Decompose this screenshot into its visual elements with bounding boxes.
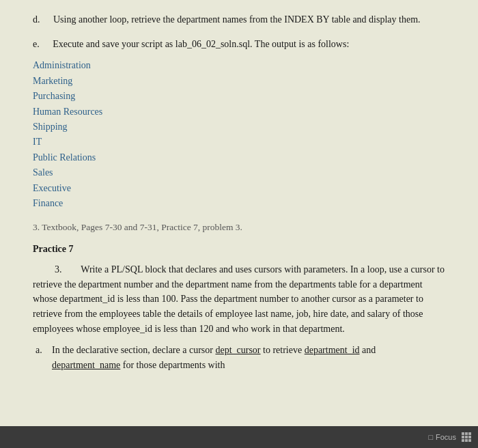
section-e: e. Execute and save your script as lab_0… (33, 37, 445, 52)
section-d-label: d. (33, 12, 40, 27)
section-d-text: Using another loop, retrieve the departm… (53, 14, 421, 25)
section-e-intro: Execute and save your script as lab_06_0… (53, 39, 349, 49)
sub-item-a-label: a. (33, 343, 52, 372)
section-d: d. Using another loop, retrieve the depa… (33, 12, 445, 27)
taskbar: □ Focus (0, 426, 478, 448)
section-e-label: e. (33, 37, 40, 52)
dept-cursor-ref: dept_cursor (215, 345, 260, 355)
dept-item: Finance (33, 196, 445, 211)
dept-item: Purchasing (33, 89, 445, 104)
practice-body: 3. Write a PL/SQL block that declares an… (33, 262, 445, 336)
dept-item: Human Resources (33, 104, 445, 120)
dept-item: IT (33, 135, 445, 150)
dept-name-ref: department_name (52, 360, 120, 370)
grid-icon (462, 432, 471, 442)
dept-item: Shipping (33, 120, 445, 135)
dept-item: Sales (33, 165, 445, 180)
practice-intro-text: 3. Write a PL/SQL block that declares an… (33, 262, 445, 336)
taskbar-focus-area: □ Focus (428, 433, 456, 441)
dept-item: Administration (33, 58, 445, 73)
dept-item: Marketing (33, 74, 445, 89)
dept-item: Executive (33, 181, 445, 196)
department-list: AdministrationMarketingPurchasingHuman R… (33, 58, 445, 211)
sub-item-a: a. In the declarative section, declare a… (33, 343, 445, 372)
sub-item-a-text: In the declarative section, declare a cu… (52, 343, 445, 372)
focus-label: Focus (436, 433, 456, 441)
dept-id-ref: department_id (305, 345, 360, 355)
dept-item: Public Relations (33, 150, 445, 165)
practice-heading: Practice 7 (33, 242, 445, 257)
reference-line: 3. Textbook, Pages 7-30 and 7-31, Practi… (33, 221, 445, 235)
focus-icon: □ (428, 433, 433, 441)
